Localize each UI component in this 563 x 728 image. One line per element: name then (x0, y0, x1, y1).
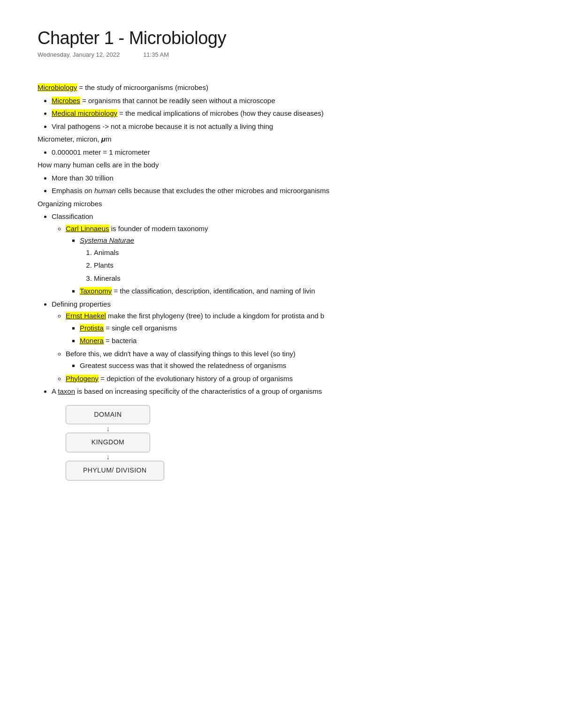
taxonomy-diagram: DOMAIN ↓ KINGDOM ↓ PHYLUM/ DIVISION (66, 405, 525, 480)
ernst-haekel-rest: make the first phylogeny (tree) to inclu… (106, 312, 324, 320)
viral-pathogens-text: Viral pathogens -> not a microbe because… (52, 122, 273, 130)
more-than-30: More than 30 trillion (52, 174, 114, 182)
before-text: Before this, we didn't have a way of cla… (66, 350, 296, 358)
micrometer-bullets: 0.000001 meter = 1 micrometer (52, 146, 525, 158)
microbiology-term: Microbiology (38, 83, 77, 91)
greatest-success-text: Greatest success was that it showed the … (80, 361, 286, 369)
list-item: Emphasis on human cells because that exc… (52, 185, 525, 197)
arrow-1: ↓ (66, 424, 150, 433)
animals-item: Animals (94, 248, 119, 256)
list-item: Microbes = organisms that cannot be read… (52, 95, 525, 107)
page-meta: Wednesday, January 12, 2022 11:35 AM (38, 51, 525, 58)
micrometer-line: Micrometer, micron, μm (38, 133, 525, 145)
domain-box: DOMAIN (66, 405, 150, 425)
microbes-term: Microbes (52, 97, 80, 105)
microbiology-def-text: = the study of microorganisms (microbes) (77, 83, 208, 91)
human-cells-text: How many human cells are in the body (38, 161, 159, 169)
microbes-def: = organisms that cannot be readily seen … (80, 97, 275, 105)
carl-linnaeus-term: Carl Linnaeus (66, 225, 109, 233)
list-item: Plants (94, 259, 525, 271)
list-item: Phylogeny = depiction of the evolutionar… (66, 373, 525, 385)
phylum-division-box: PHYLUM/ DIVISION (66, 461, 164, 480)
phylogeny-term: Phylogeny (66, 375, 99, 383)
list-item: Before this, we didn't have a way of cla… (66, 348, 525, 372)
list-item: Minerals (94, 272, 525, 285)
organizing-bullets: Classification Carl Linnaeus is founder … (52, 210, 525, 398)
emphasis-human: Emphasis on human cells because that exc… (52, 187, 329, 195)
microbiology-def: Microbiology = the study of microorganis… (38, 82, 525, 94)
page-time: 11:35 AM (143, 51, 169, 58)
minerals-item: Minerals (94, 274, 121, 282)
carl-linnaeus-rest: is founder of modern taxonomy (109, 225, 208, 233)
systema-items: Animals Plants Minerals (94, 247, 525, 285)
list-item: Medical microbiology = the medical impli… (52, 107, 525, 120)
phylogeny-rest: = depiction of the evolutionary history … (99, 375, 293, 383)
classification-sub: Carl Linnaeus is founder of modern taxon… (66, 223, 525, 297)
taxonomy-term: Taxonomy (80, 287, 112, 295)
list-item: Viral pathogens -> not a microbe because… (52, 120, 525, 133)
defining-sub: Ernst Haekel make the first phylogeny (t… (66, 310, 525, 384)
list-item: Carl Linnaeus is founder of modern taxon… (66, 223, 525, 297)
human-cells-line: How many human cells are in the body (38, 159, 525, 171)
plants-item: Plants (94, 261, 114, 269)
list-item: A taxon is based on increasing specifici… (52, 385, 525, 398)
ernst-sub: Protista = single cell organisms Monera … (80, 322, 525, 347)
list-item: Systema Naturae Animals Plants Minerals (80, 234, 525, 284)
taxon-term: taxon (58, 387, 75, 395)
taxonomy-rest: = the classification, description, ident… (112, 287, 315, 295)
kingdom-box: KINGDOM (66, 433, 150, 452)
before-sub: Greatest success was that it showed the … (80, 360, 525, 372)
classification-label: Classification (52, 212, 93, 220)
list-item: Monera = bacteria (80, 335, 525, 347)
micrometer-sub: 0.000001 meter = 1 micrometer (52, 148, 150, 156)
monera-rest: = bacteria (104, 337, 137, 345)
defining-label: Defining properties (52, 300, 111, 308)
page-title: Chapter 1 - Microbiology (38, 28, 525, 48)
list-item: Taxonomy = the classification, descripti… (80, 285, 525, 297)
systema-list: Systema Naturae Animals Plants Minerals … (80, 234, 525, 297)
list-item: Protista = single cell organisms (80, 322, 525, 334)
main-content: Microbiology = the study of microorganis… (38, 82, 525, 480)
organizing-text: Organizing microbes (38, 200, 102, 208)
monera-term: Monera (80, 337, 104, 345)
protista-rest: = single cell organisms (104, 324, 177, 332)
systema-naturae-label: Systema Naturae (80, 236, 134, 244)
list-item: Classification Carl Linnaeus is founder … (52, 210, 525, 297)
medical-microbiology-def: = the medical implications of microbes (… (117, 109, 324, 117)
list-item: Greatest success was that it showed the … (80, 360, 525, 372)
protista-term: Protista (80, 324, 104, 332)
organizing-line: Organizing microbes (38, 198, 525, 210)
arrow-2: ↓ (66, 452, 150, 461)
page-date: Wednesday, January 12, 2022 (38, 51, 120, 58)
human-cells-bullets: More than 30 trillion Emphasis on human … (52, 172, 525, 197)
medical-microbiology-term: Medical microbiology (52, 109, 117, 117)
taxon-rest: is based on increasing specificity of th… (75, 387, 322, 395)
list-item: Ernst Haekel make the first phylogeny (t… (66, 310, 525, 347)
ernst-haekel-term: Ernst Haekel (66, 312, 106, 320)
intro-bullets: Microbes = organisms that cannot be read… (52, 95, 525, 133)
list-item: Animals (94, 247, 525, 259)
taxon-pre: A (52, 387, 58, 395)
list-item: More than 30 trillion (52, 172, 525, 184)
list-item: Defining properties Ernst Haekel make th… (52, 298, 525, 385)
list-item: 0.000001 meter = 1 micrometer (52, 146, 525, 158)
micrometer-text: Micrometer, micron, μm (38, 135, 111, 143)
